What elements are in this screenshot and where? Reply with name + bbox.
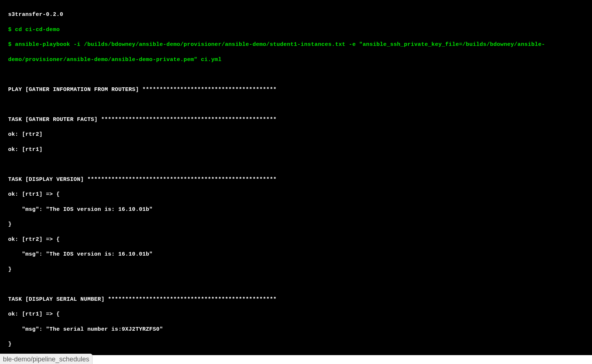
task-header: TASK [DISPLAY SERIAL NUMBER] ***********… (8, 296, 584, 303)
output-line: } (8, 341, 584, 348)
blank-line (8, 71, 584, 78)
blank-line (8, 161, 584, 168)
output-line: "msg": "The IOS version is: 16.10.01b" (8, 251, 584, 258)
output-line: ok: [rtr2] (8, 131, 584, 138)
browser-status-bar: ble-demo/pipeline_schedules (0, 354, 92, 364)
task-header: TASK [GATHER ROUTER FACTS] *************… (8, 116, 584, 124)
command-line: $ cd ci-cd-demo (8, 26, 584, 34)
task-header: TASK [DISPLAY VERSION] *****************… (8, 176, 584, 183)
command-line: $ ansible-playbook -i /builds/bdowney/an… (8, 41, 584, 48)
output-line: s3transfer-0.2.0 (8, 11, 584, 18)
output-line: ok: [rtr1] (8, 146, 584, 154)
output-line: } (8, 221, 584, 228)
command-line: demo/provisioner/ansible-demo/ansible-de… (8, 56, 584, 64)
output-line: "msg": "The IOS version is: 16.10.01b" (8, 206, 584, 213)
output-line: } (8, 266, 584, 273)
output-line: "msg": "The serial number is:9XJ2TYRZFS0… (8, 326, 584, 333)
play-header: PLAY [GATHER INFORMATION FROM ROUTERS] *… (8, 86, 584, 94)
output-line: ok: [rtr2] => { (8, 236, 584, 243)
blank-line (8, 101, 584, 108)
terminal-output[interactable]: s3transfer-0.2.0 $ cd ci-cd-demo $ ansib… (0, 0, 592, 355)
status-bar-text: ble-demo/pipeline_schedules (3, 355, 89, 363)
output-line: ok: [rtr1] => { (8, 191, 584, 198)
output-line: ok: [rtr1] => { (8, 311, 584, 318)
blank-line (8, 281, 584, 288)
